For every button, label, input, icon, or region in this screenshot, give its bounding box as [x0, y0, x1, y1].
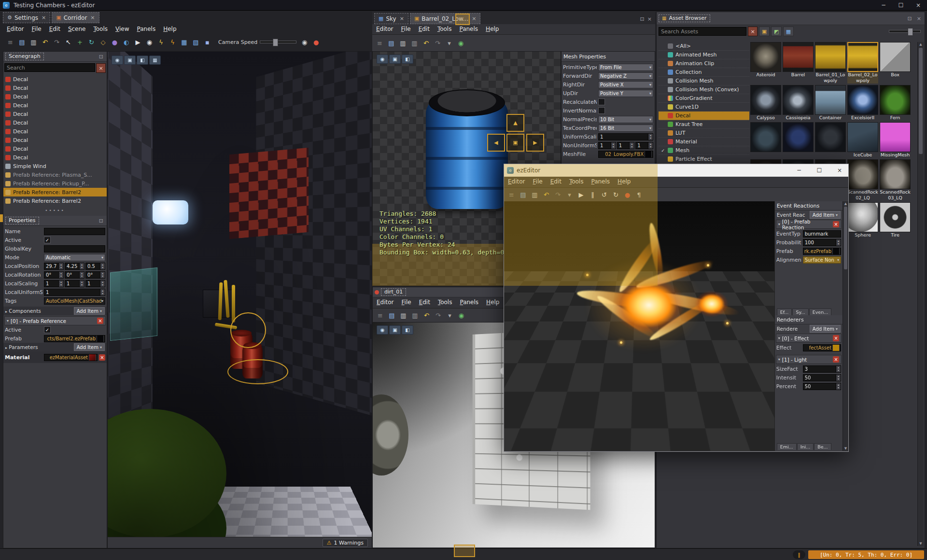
toolbar-icon[interactable]: ϟ: [155, 37, 167, 47]
toolbar-icon[interactable]: ‖: [587, 189, 598, 200]
panel-tab[interactable]: Sy...: [792, 308, 808, 315]
number-field[interactable]: 3▴▾: [803, 365, 841, 373]
asset-picker-button[interactable]: [97, 335, 104, 342]
filter-icon[interactable]: ▦: [783, 27, 794, 36]
menu-item[interactable]: Panels: [133, 24, 160, 34]
floating-window-titlebar[interactable]: e ezEditor ─ ☐ ×: [504, 164, 848, 177]
add-renderer-button[interactable]: Add Item: [810, 325, 841, 333]
menu-item[interactable]: Edit: [547, 177, 565, 187]
menu-item[interactable]: Help: [614, 177, 634, 187]
scenegraph-item[interactable]: Prefab Reference: Plasma_S...: [3, 170, 107, 179]
scenegraph-item[interactable]: Decal: [3, 118, 107, 127]
toolbar-icon[interactable]: ▦: [179, 37, 190, 47]
panel-tab[interactable]: Ef...: [777, 308, 792, 315]
toolbar-icon[interactable]: ◉: [456, 310, 467, 321]
dropdown[interactable]: Surface Non▾: [803, 256, 841, 264]
number-field[interactable]: 1▴▾: [44, 289, 105, 296]
toolbar-icon[interactable]: ↷: [432, 38, 443, 48]
asset-thumbnail[interactable]: MissingMesh: [880, 122, 911, 158]
remove-parameter-button[interactable]: ×: [99, 354, 105, 361]
float-panel-icon[interactable]: ⊡: [98, 218, 105, 224]
toolbar-icon[interactable]: ●: [622, 189, 633, 200]
remove-reaction-button[interactable]: ×: [833, 221, 839, 227]
toolbar-icon[interactable]: ↷: [552, 189, 563, 200]
toolbar-icon[interactable]: ◇: [98, 37, 109, 47]
dropdown[interactable]: Automatic▾: [44, 254, 105, 261]
dock-indicator-top[interactable]: ▲: [506, 114, 524, 132]
asset-picker-button[interactable]: [645, 151, 652, 158]
clear-search-icon[interactable]: ×: [96, 63, 106, 73]
asset-document-tab[interactable]: ▦ Sky ×: [374, 13, 408, 24]
number-field[interactable]: 100▴▾: [803, 239, 841, 246]
minimize-button[interactable]: ─: [875, 0, 892, 11]
scenegraph-item[interactable]: Decal: [3, 127, 107, 136]
menu-item[interactable]: Help: [159, 24, 180, 34]
scrollbar-thumb[interactable]: [919, 48, 923, 154]
asset-type-item[interactable]: Kraut Tree: [659, 120, 749, 129]
number-field[interactable]: 50▴▾: [803, 383, 841, 390]
menu-item[interactable]: Editor: [3, 24, 28, 34]
warnings-badge[interactable]: ⚠ 1 Warnings: [323, 539, 368, 547]
asset-thumbnail[interactable]: Box: [880, 42, 911, 84]
toolbar-icon[interactable]: ◉: [299, 37, 310, 47]
asset-thumbnail[interactable]: Barrel_01_Lowpoly: [815, 42, 846, 84]
maximize-button[interactable]: ☐: [811, 164, 828, 177]
asset-thumbnail[interactable]: [783, 122, 814, 158]
viewport-tool-icon[interactable]: ◉: [377, 55, 388, 64]
renderer-group-header[interactable]: ▾ [0] - Effect ×: [776, 334, 842, 343]
document-tab[interactable]: ▣ Corridor ×: [52, 12, 99, 23]
asset-thumbnail[interactable]: Asteroid: [750, 42, 781, 84]
add-component-button[interactable]: Add Item: [74, 307, 105, 315]
asset-reference-field[interactable]: cts/Barrel2.ezPrefab: [44, 335, 105, 342]
panel-tab[interactable]: ▦ Asset Browser: [659, 14, 710, 22]
toolbar-icon[interactable]: ↶: [40, 37, 51, 47]
toolbar-icon[interactable]: ≡: [375, 310, 386, 321]
toolbar-icon[interactable]: ϟ: [167, 37, 178, 47]
menu-item[interactable]: Edit: [45, 24, 64, 34]
text-field[interactable]: burnmark: [803, 230, 841, 238]
asset-picker-button[interactable]: [832, 344, 840, 351]
toolbar-icon[interactable]: ▪: [202, 37, 213, 47]
toolbar-icon[interactable]: +: [74, 37, 85, 47]
toolbar-icon[interactable]: ▥: [529, 189, 540, 200]
asset-thumbnail[interactable]: IceCube: [847, 122, 878, 158]
menu-item[interactable]: Edit: [415, 297, 434, 308]
light-group-header[interactable]: ▾ [1] - Light ×: [776, 355, 842, 364]
toolbar-icon[interactable]: ▾: [444, 310, 455, 321]
slider-handle[interactable]: [273, 39, 278, 46]
particle-preview-viewport[interactable]: [504, 201, 774, 451]
menu-item[interactable]: Editor: [372, 24, 397, 34]
checkbox[interactable]: [44, 237, 105, 244]
scenegraph-item[interactable]: Prefab Reference: Barrel2: [3, 188, 107, 196]
checkbox[interactable]: [598, 107, 653, 114]
toolbar-icon[interactable]: ▤: [386, 38, 397, 48]
remove-renderer-button[interactable]: ×: [833, 356, 839, 363]
asset-document-tab[interactable]: ▣ Barrel_02_Low... ×: [410, 13, 481, 24]
toolbar-icon[interactable]: ◉: [455, 38, 466, 48]
toolbar-icon[interactable]: ◉: [144, 37, 155, 47]
scene-3d-viewport[interactable]: ◉▣◧▦ ⚠ 1 Warnings: [107, 51, 372, 548]
menu-item[interactable]: File: [397, 24, 415, 34]
asset-reference-field[interactable]: fectAsset: [803, 344, 841, 351]
panel-tab[interactable]: Be...: [814, 443, 831, 450]
toolbar-icon[interactable]: ↷: [51, 37, 62, 47]
asset-reference-field[interactable]: rk.ezPrefab: [803, 248, 841, 255]
tab-close-icon[interactable]: ×: [42, 14, 46, 21]
panel-tab[interactable]: Emi...: [777, 443, 797, 450]
asset-type-item[interactable]: <All>: [659, 42, 749, 51]
reaction-group-header[interactable]: ▾ [0] - Prefab Reaction ×: [776, 220, 842, 229]
scenegraph-item[interactable]: Decal: [3, 144, 107, 153]
menu-item[interactable]: Edit: [415, 24, 434, 34]
float-panel-icon[interactable]: ⊡: [639, 16, 646, 22]
dock-indicator-right[interactable]: ▶: [526, 134, 544, 152]
asset-search-input[interactable]: [659, 27, 746, 36]
asset-type-item[interactable]: Particle Effect: [659, 155, 749, 164]
pause-indicator[interactable]: ‖: [793, 550, 805, 559]
particle-editor-window[interactable]: e ezEditor ─ ☐ × EditorFileEditToolsPane…: [504, 164, 849, 452]
minimize-button[interactable]: ─: [790, 164, 808, 177]
dock-indicator-left[interactable]: ◀: [487, 134, 505, 152]
menu-item[interactable]: Tools: [434, 297, 456, 308]
asset-thumbnail[interactable]: [750, 122, 781, 158]
viewport-tool-icon[interactable]: ◧: [402, 55, 413, 64]
scenegraph-item[interactable]: Decal: [3, 136, 107, 144]
